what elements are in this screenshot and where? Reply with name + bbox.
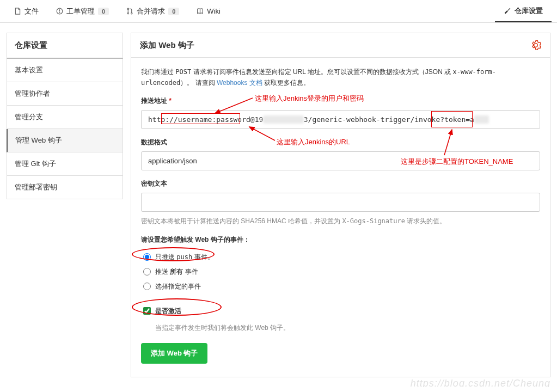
intro-text: 我们将通过 POST 请求将订阅事件信息发送至向指定 URL 地址。您可以设置不…	[141, 66, 540, 89]
active-hint: 当指定事件发生时我们将会触发此 Web 钩子。	[155, 323, 540, 333]
url-label: 推送地址 *	[141, 96, 540, 106]
url-input[interactable]: http://username:password@19xxxxxxxxx3/ge…	[141, 110, 540, 129]
radio-custom[interactable]	[143, 283, 151, 290]
nav-file[interactable]: 文件	[5, 0, 47, 22]
format-label: 数据格式	[141, 138, 540, 147]
format-field: 数据格式 application/json	[141, 138, 540, 170]
nav-settings-label: 仓库设置	[515, 6, 543, 16]
nav-file-label: 文件	[25, 7, 39, 16]
event-radio-all[interactable]: 推送 所有 事件	[141, 265, 540, 279]
sidebar-item-basic[interactable]: 基本设置	[7, 59, 123, 82]
url-field: 推送地址 * http://username:password@19xxxxxx…	[141, 96, 540, 129]
event-radio-push[interactable]: 只推送 push 事件。	[141, 250, 540, 265]
panel-title: 添加 Web 钩子	[140, 40, 194, 51]
nav-issues[interactable]: 工单管理 0	[47, 0, 118, 22]
tools-icon	[504, 7, 511, 15]
secret-label: 密钥文本	[141, 179, 540, 188]
nav-issues-count: 0	[98, 8, 109, 15]
secret-input[interactable]	[141, 193, 540, 212]
nav-pr-count: 0	[168, 8, 179, 15]
webhook-panel: 添加 Web 钩子 我们将通过 POST 请求将订阅事件信息发送至向指定 URL…	[131, 33, 550, 377]
webhooks-doc-link[interactable]: Webhooks 文档	[217, 79, 262, 87]
watermark: https://blog.csdn.net/Cheung	[411, 378, 550, 387]
active-row[interactable]: 是否激活	[141, 304, 540, 318]
active-checkbox[interactable]	[143, 307, 151, 315]
main-content: 添加 Web 钩子 我们将通过 POST 请求将订阅事件信息发送至向指定 URL…	[131, 33, 550, 377]
sidebar: 仓库设置 基本设置 管理协作者 管理分支 管理 Web 钩子 管理 Git 钩子…	[7, 33, 123, 377]
sidebar-item-collaborators[interactable]: 管理协作者	[7, 82, 123, 106]
nav-pr[interactable]: 合并请求 0	[118, 0, 188, 22]
sidebar-item-deploykeys[interactable]: 管理部署密钥	[7, 176, 123, 199]
nav-settings[interactable]: 仓库设置	[495, 0, 552, 22]
git-pr-icon	[126, 8, 133, 15]
alert-icon	[56, 8, 63, 15]
secret-hint: 密钥文本将被用于计算推送内容的 SHA256 HMAC 哈希值，并设置为 X-G…	[141, 216, 540, 226]
panel-header: 添加 Web 钩子	[131, 33, 550, 58]
event-radio-custom[interactable]: 选择指定的事件	[141, 279, 540, 294]
sidebar-title: 仓库设置	[7, 33, 123, 59]
nav-issues-label: 工单管理	[66, 7, 95, 16]
top-nav: 文件 工单管理 0 合并请求 0 Wiki 仓库设置	[0, 0, 557, 23]
events-title: 请设置您希望触发 Web 钩子的事件：	[141, 235, 540, 244]
gogs-gear-icon	[530, 40, 541, 51]
svg-point-2	[127, 8, 128, 9]
nav-pr-label: 合并请求	[137, 7, 165, 16]
add-webhook-button[interactable]: 添加 Web 钩子	[141, 343, 207, 364]
radio-all[interactable]	[143, 268, 151, 275]
svg-point-1	[59, 13, 60, 13]
file-icon	[14, 8, 21, 15]
secret-field: 密钥文本 密钥文本将被用于计算推送内容的 SHA256 HMAC 哈希值，并设置…	[141, 179, 540, 226]
sidebar-item-githooks[interactable]: 管理 Git 钩子	[7, 152, 123, 176]
svg-point-4	[131, 13, 132, 14]
radio-push-only[interactable]	[143, 253, 151, 261]
book-icon	[197, 8, 204, 15]
sidebar-item-branches[interactable]: 管理分支	[7, 106, 123, 129]
nav-wiki-label: Wiki	[207, 7, 221, 15]
sidebar-item-webhooks[interactable]: 管理 Web 钩子	[7, 129, 123, 152]
svg-point-3	[127, 13, 128, 14]
format-select[interactable]: application/json	[141, 151, 540, 170]
nav-wiki[interactable]: Wiki	[188, 0, 229, 22]
